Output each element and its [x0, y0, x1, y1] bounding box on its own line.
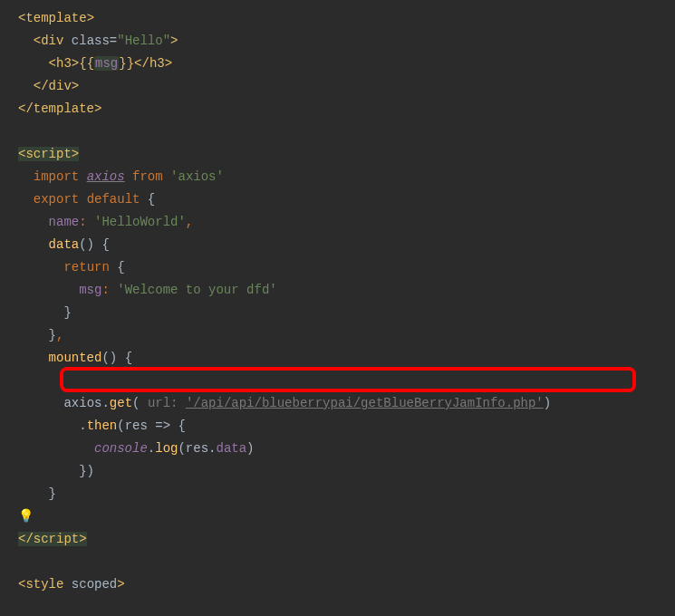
code-line[interactable]: data() { [18, 234, 675, 256]
code-line[interactable]: }, [18, 324, 675, 347]
highlighted-line[interactable]: axios.get( url: '/api/api/blueberrypai/g… [18, 370, 675, 415]
code-line[interactable]: .then(res => { [18, 415, 675, 438]
param-hint: url: [148, 396, 178, 410]
code-line[interactable]: msg: 'Welcome to your dfd' [18, 279, 675, 302]
import-identifier: axios [87, 169, 125, 184]
lightbulb-icon[interactable]: 💡 [18, 509, 34, 524]
code-line[interactable]: console.log(res.data) [18, 438, 675, 460]
code-line[interactable]: </script> [18, 528, 675, 551]
blank-line[interactable] [18, 596, 675, 616]
highlight-box [60, 367, 636, 392]
code-editor[interactable]: <template> <div class="Hello"> <h3>{{msg… [18, 7, 675, 616]
code-line[interactable]: export default { [18, 188, 675, 211]
code-line[interactable]: </template> [18, 98, 675, 120]
code-line[interactable]: name: 'HelloWorld', [18, 211, 675, 234]
code-line[interactable]: } [18, 302, 675, 324]
code-line[interactable]: return { [18, 256, 675, 279]
code-line[interactable]: mounted() { [18, 347, 675, 370]
code-line[interactable]: import axios from 'axios' [18, 166, 675, 188]
code-line[interactable]: </div> [18, 75, 675, 98]
blank-line[interactable] [18, 120, 675, 143]
url-string: '/api/api/blueberrypai/getBlueBerryJamIn… [186, 396, 544, 410]
template-variable: msg [94, 56, 119, 71]
code-line[interactable]: <template> [18, 7, 675, 30]
intention-bulb-line[interactable]: 💡 [18, 505, 675, 528]
blank-line[interactable] [18, 551, 675, 573]
code-line[interactable]: <div class="Hello"> [18, 30, 675, 53]
code-line[interactable]: <style scoped> [18, 573, 675, 596]
code-line[interactable]: } [18, 483, 675, 505]
code-line[interactable]: <script> [18, 143, 675, 166]
code-line[interactable]: }) [18, 460, 675, 483]
console-object: console [94, 441, 148, 456]
code-line[interactable]: <h3>{{msg}}</h3> [18, 53, 675, 75]
